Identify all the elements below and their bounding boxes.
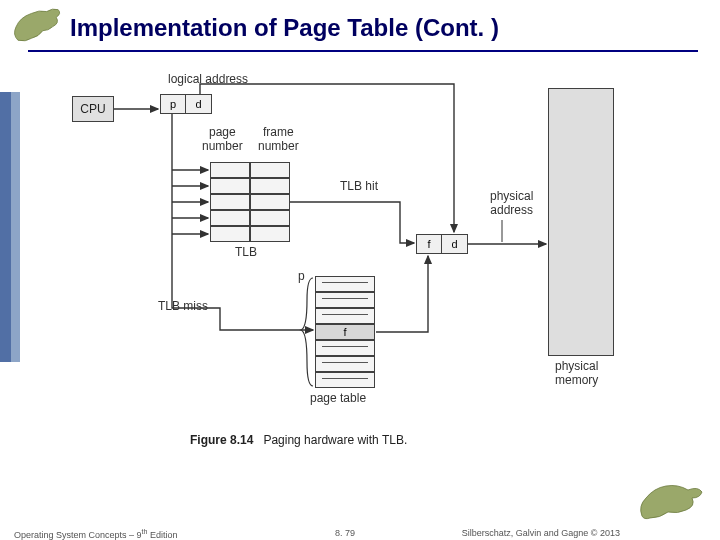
tlb-label: TLB — [235, 246, 257, 260]
p-cell: p — [160, 94, 186, 114]
page-table-row — [315, 340, 375, 356]
page-table-row — [315, 276, 375, 292]
physical-address-register: f d — [416, 234, 468, 254]
frame-number-label: frame number — [258, 126, 299, 154]
page-number-label: page number — [202, 126, 243, 154]
page-table-row-f: f — [315, 324, 375, 340]
footer-right: Silberschatz, Galvin and Gagne © 2013 — [462, 528, 620, 538]
tlb-paging-diagram: logical address CPU p d page number fram… — [60, 70, 660, 460]
p-index-label: p — [298, 270, 305, 284]
f-cell: f — [416, 234, 442, 254]
d-cell-2: d — [442, 234, 468, 254]
logical-address-label: logical address — [168, 73, 248, 87]
logical-address-register: p d — [160, 94, 212, 114]
physical-address-label: physical address — [490, 190, 533, 218]
tlb-row — [210, 162, 290, 178]
page-number: 8. 79 — [335, 528, 355, 538]
tlb-row — [210, 210, 290, 226]
tlb-row — [210, 226, 290, 242]
tlb-hit-label: TLB hit — [340, 180, 378, 194]
page-table-row — [315, 308, 375, 324]
tlb-miss-label: TLB miss — [158, 300, 208, 314]
footer-left: Operating System Concepts – 9th Edition — [14, 528, 177, 540]
dinosaur-icon — [636, 476, 706, 522]
physical-memory-label: physical memory — [555, 360, 598, 388]
page-table-label: page table — [310, 392, 366, 406]
dinosaur-icon — [10, 2, 68, 46]
page-title: Implementation of Page Table (Cont. ) — [70, 14, 499, 42]
figure-caption: Figure 8.14 Paging hardware with TLB. — [190, 433, 407, 447]
page-table-row — [315, 356, 375, 372]
d-cell: d — [186, 94, 212, 114]
figure-number: Figure 8.14 — [190, 433, 253, 447]
title-underline — [28, 50, 698, 52]
tlb-row — [210, 178, 290, 194]
page-table-row — [315, 292, 375, 308]
side-accent — [0, 92, 20, 362]
cpu-box: CPU — [72, 96, 114, 122]
physical-memory-box — [548, 88, 614, 356]
figure-caption-text: Paging hardware with TLB. — [263, 433, 407, 447]
page-table-row — [315, 372, 375, 388]
tlb-row — [210, 194, 290, 210]
